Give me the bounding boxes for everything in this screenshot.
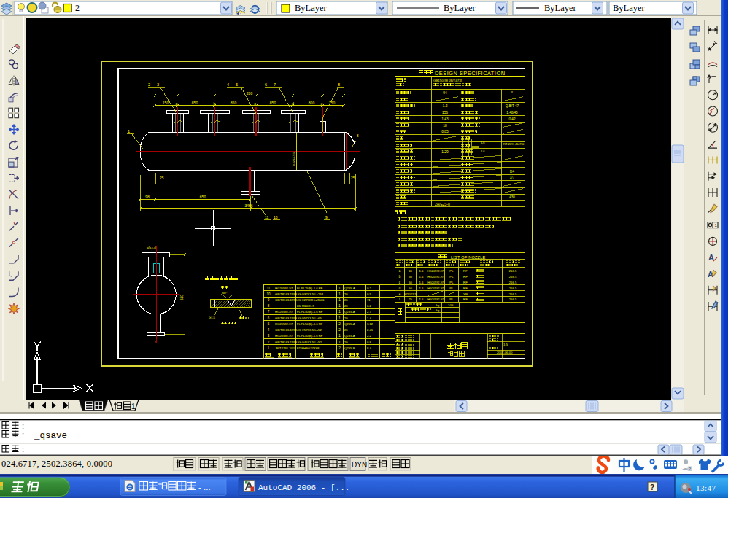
svg-text:266.5: 266.5 [509, 287, 517, 290]
svg-text:RF: RF [463, 275, 468, 279]
svg-text:HG20592-97: HG20592-97 [275, 310, 293, 314]
svg-text:b: b [399, 275, 401, 279]
svg-text:FT EHBΦ273X8: FT EHBΦ273X8 [297, 346, 320, 350]
svg-text:1.6: 1.6 [419, 275, 424, 279]
svg-text:c: c [254, 101, 256, 106]
svg-text:L6: L6 [481, 141, 485, 144]
svg-text:3: 3 [157, 82, 159, 87]
svg-text:2: 2 [75, 3, 80, 13]
svg-text:DYN: DYN [352, 461, 367, 469]
svg-text:JG Φ57X3.5 L=65: JG Φ57X3.5 L=65 [297, 316, 322, 320]
svg-text:0.42: 0.42 [509, 117, 516, 121]
svg-text:GB150-98 JB/T4735: GB150-98 JB/T4735 [433, 79, 463, 82]
svg-text:25: 25 [409, 298, 412, 301]
svg-text:1.43: 1.43 [441, 117, 449, 121]
svg-text:1.48/45: 1.48/45 [506, 111, 518, 114]
svg-text:2.41: 2.41 [367, 328, 374, 332]
svg-text:1/7: 1/7 [510, 176, 515, 179]
svg-text:JG Φ32X3.5 L=254: JG Φ32X3.5 L=254 [297, 292, 324, 296]
svg-text:850: 850 [231, 101, 237, 105]
svg-text:JG Φ57X3.5 L=52: JG Φ57X3.5 L=52 [297, 328, 322, 332]
svg-text:11: 11 [265, 215, 268, 219]
svg-text:JG Φ45X3.5 L=52: JG Φ45X3.5 L=52 [297, 341, 322, 344]
svg-text:?: ? [650, 483, 654, 491]
svg-text:HG20592-97: HG20592-97 [427, 287, 444, 290]
svg-text:6: 6 [265, 82, 267, 87]
svg-text:850: 850 [270, 101, 276, 105]
svg-text:GB/T8163-1999: GB/T8163-1999 [275, 328, 297, 332]
svg-text:430: 430 [509, 195, 515, 199]
svg-text:1.6: 1.6 [419, 298, 424, 301]
svg-text:1:5: 1:5 [503, 343, 508, 346]
svg-text:HG20592-97: HG20592-97 [275, 334, 293, 338]
svg-text:FL PL40(B)-1.6 RF: FL PL40(B)-1.6 RF [297, 334, 323, 338]
svg-text:2: 2 [689, 467, 691, 471]
svg-text:0.85: 0.85 [441, 130, 449, 133]
svg-text:20: 20 [344, 304, 348, 308]
svg-text:GB/T8163-1999: GB/T8163-1999 [275, 316, 297, 320]
svg-text:Q235-A: Q235-A [344, 334, 355, 338]
svg-text:LIST OF NOZZLE: LIST OF NOZZLE [451, 255, 486, 260]
svg-text:150: 150 [329, 101, 336, 105]
svg-text:650: 650 [200, 195, 206, 199]
svg-text:HG20592-97: HG20592-97 [275, 322, 293, 326]
svg-text:11: 11 [267, 287, 271, 290]
svg-text:FL PL50(B)-1.6 RF: FL PL50(B)-1.6 RF [297, 322, 323, 326]
svg-text:kg: kg [436, 309, 439, 312]
svg-text:4: 4 [227, 82, 229, 87]
svg-text:20: 20 [344, 292, 348, 296]
svg-text:0.5: 0.5 [367, 292, 371, 296]
svg-text:024.6717, 2502.3864, 0.0000: 024.6717, 2502.3864, 0.0000 [1, 459, 112, 469]
svg-text:a: a [399, 269, 401, 273]
svg-text:_qsave: _qsave [34, 431, 67, 441]
svg-text:GB/T8163-1999: GB/T8163-1999 [275, 341, 297, 344]
svg-text:- ...: - ... [198, 483, 211, 491]
svg-text:HG20592-97: HG20592-97 [427, 281, 444, 284]
svg-text:HG20592-97: HG20592-97 [275, 287, 293, 290]
svg-text:266.5: 266.5 [509, 281, 517, 284]
svg-text:A: A [708, 253, 714, 262]
svg-text:40: 40 [409, 269, 412, 273]
svg-text:20: 20 [344, 298, 348, 302]
svg-text:18: 18 [443, 124, 447, 128]
svg-text:2: 2 [148, 82, 150, 87]
svg-text:1: 1 [131, 402, 136, 411]
svg-text::: : [22, 421, 24, 430]
svg-text::: : [22, 430, 24, 439]
svg-text:HG20592-97: HG20592-97 [427, 276, 444, 279]
svg-text:9: 9 [325, 215, 328, 219]
svg-text:HG20592-97: HG20592-97 [427, 270, 444, 273]
svg-text:Φ325X7.5: Φ325X7.5 [292, 152, 295, 166]
svg-text:1.4: 1.4 [367, 316, 371, 320]
svg-text:266.5: 266.5 [509, 292, 517, 296]
svg-text:JB/T4746-2002: JB/T4746-2002 [275, 346, 296, 350]
svg-text:94: 94 [443, 91, 447, 95]
svg-text:≥1.5: ≥1.5 [209, 316, 216, 319]
svg-text:PL: PL [449, 275, 454, 279]
svg-text:266.5: 266.5 [509, 269, 517, 273]
svg-text:GB/T8163-1999: GB/T8163-1999 [275, 298, 297, 302]
svg-text:50: 50 [409, 287, 412, 290]
svg-text:ByLayer: ByLayer [544, 3, 577, 13]
svg-text:2.7: 2.7 [367, 310, 371, 314]
svg-text:HG20592-97: HG20592-97 [427, 298, 444, 301]
svg-text:0.2: 0.2 [367, 304, 371, 308]
svg-text:PL: PL [449, 298, 454, 301]
svg-text:e: e [320, 101, 322, 106]
svg-text:PL: PL [449, 287, 454, 290]
svg-text:150: 150 [163, 101, 169, 105]
svg-text:3.12: 3.12 [367, 322, 374, 326]
svg-text:d: d [292, 101, 294, 106]
svg-text:1.6: 1.6 [419, 287, 424, 290]
svg-text:2.2: 2.2 [367, 334, 371, 338]
svg-text:850: 850 [192, 101, 198, 105]
svg-text:ByLayer: ByLayer [444, 3, 476, 13]
svg-text:8.4: 8.4 [367, 346, 371, 350]
svg-text:0.2: 0.2 [367, 287, 371, 290]
svg-text:50: 50 [409, 281, 412, 284]
svg-text:JB4730: JB4730 [515, 143, 524, 146]
svg-text:2007-06-00: 2007-06-00 [497, 351, 513, 354]
svg-text:650: 650 [180, 295, 184, 300]
svg-text:200: 200 [247, 91, 253, 96]
svg-text::: : [22, 445, 24, 454]
